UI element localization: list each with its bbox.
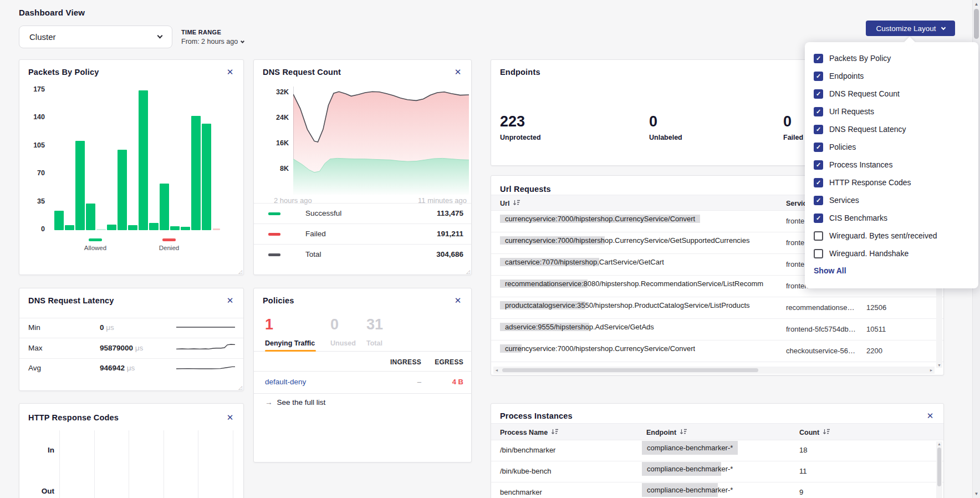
sort-icon[interactable] [513, 200, 520, 207]
active-tab-underline [265, 350, 316, 352]
checkbox-checked-icon[interactable]: ✓ [814, 72, 823, 81]
y-axis-tick: 140 [19, 113, 45, 121]
checkbox-checked-icon[interactable]: ✓ [814, 89, 823, 99]
chevron-down-icon [157, 33, 163, 39]
vertical-scrollbar[interactable]: ▲ [936, 441, 942, 498]
scroll-up-icon[interactable]: ▲ [936, 442, 942, 446]
menu-item-wireguard-bytes-sent-received[interactable]: Wireguard. Bytes sent/received [814, 227, 978, 245]
checkbox-checked-icon[interactable]: ✓ [814, 196, 823, 205]
table-row[interactable]: adservice:9555/hipstershop.AdService/Get… [491, 319, 943, 341]
bar-allowed [160, 184, 169, 230]
metric-label: Unprotected [500, 134, 541, 141]
checkbox-checked-icon[interactable]: ✓ [814, 107, 823, 116]
stat-total-value: 31 [366, 316, 383, 333]
scroll-down-icon[interactable]: ▼ [936, 363, 942, 367]
count-cell: 11 [799, 467, 807, 475]
table-row[interactable]: /bin/kube-benchcompliance-benchmarker-*1… [491, 461, 943, 482]
menu-item-packets-by-policy[interactable]: ✓Packets By Policy [814, 49, 978, 67]
bar-allowed [202, 124, 211, 230]
view-selector[interactable]: Cluster [19, 26, 172, 48]
scrollbar-thumb[interactable] [502, 368, 758, 372]
show-all-link[interactable]: Show All [814, 266, 978, 275]
url-cell[interactable]: currencyservice:7000/hipstershop.Currenc… [500, 236, 750, 245]
column-header-count[interactable]: Count [799, 424, 830, 441]
scroll-down-icon[interactable]: ▼ [973, 491, 980, 496]
stat-unused-value: 0 [330, 316, 339, 333]
menu-item-policies[interactable]: ✓Policies [814, 138, 978, 156]
customize-layout-button[interactable]: Customize Layout [866, 21, 955, 36]
stat-total-label[interactable]: Total [366, 339, 382, 347]
stat-unused-label[interactable]: Unused [330, 339, 356, 347]
close-icon[interactable]: ✕ [452, 67, 463, 78]
checkbox-checked-icon[interactable]: ✓ [814, 54, 823, 63]
service-cell: fronte [786, 217, 804, 225]
sort-icon[interactable] [680, 429, 687, 436]
table-row[interactable]: benchmarkercompliance-benchmarker-*9 [491, 482, 943, 498]
url-cell[interactable]: cartservice:7070/hipstershop.CartService… [500, 258, 664, 266]
column-header-process-name[interactable]: Process Name [500, 424, 559, 441]
close-icon[interactable]: ✕ [224, 295, 236, 306]
table-row[interactable]: productcatalogservice:3550/hipstershop.P… [491, 297, 943, 319]
checkbox-unchecked-icon[interactable] [814, 231, 823, 241]
column-header-url[interactable]: Url [500, 195, 520, 211]
close-icon[interactable]: ✕ [452, 295, 463, 306]
row-label-in: In [19, 446, 54, 454]
checkbox-unchecked-icon[interactable] [814, 249, 823, 258]
menu-item-cis-benchmarks[interactable]: ✓CIS Benchmarks [814, 209, 978, 227]
time-range-value[interactable]: From: 2 hours ago [181, 38, 244, 45]
latency-number: 95879000 [100, 344, 133, 352]
menu-item-http-response-codes[interactable]: ✓HTTP Response Codes [814, 174, 978, 191]
sort-icon[interactable] [823, 429, 830, 436]
resize-handle-icon[interactable]: ◿ [238, 269, 242, 275]
url-cell[interactable]: currencyservice:7000/hipstershop.Currenc… [500, 215, 700, 223]
sort-icon[interactable] [551, 429, 559, 436]
url-cell[interactable]: currencyservice:7000/hipstershop.Currenc… [500, 344, 695, 353]
divider [254, 371, 471, 372]
menu-item-wireguard-handshake[interactable]: Wireguard. Handshake [814, 245, 978, 262]
grid-line [164, 430, 164, 498]
horizontal-scrollbar[interactable]: ◄ ► [493, 367, 935, 374]
stat-denying-traffic-label[interactable]: Denying Traffic [265, 339, 315, 347]
checkbox-checked-icon[interactable]: ✓ [814, 160, 823, 170]
close-icon[interactable]: ✕ [224, 412, 236, 423]
metric-failed: 0 Failed [783, 113, 803, 141]
menu-item-dns-request-count[interactable]: ✓DNS Request Count [814, 85, 978, 103]
scroll-up-icon[interactable]: ▲ [973, 2, 980, 7]
menu-item-endpoints[interactable]: ✓Endpoints [814, 67, 978, 85]
menu-item-dns-request-latency[interactable]: ✓DNS Request Latency [814, 120, 978, 138]
column-header-endpoint[interactable]: Endpoint [646, 424, 687, 441]
table-row[interactable]: currencyservice:7000/hipstershop.Currenc… [491, 341, 943, 362]
count-cell: 2200 [866, 347, 882, 355]
scrollbar-thumb[interactable] [974, 9, 979, 39]
bar-allowed [118, 150, 127, 230]
stat-denying-traffic-value: 1 [265, 316, 273, 333]
scroll-left-icon[interactable]: ◄ [493, 368, 500, 372]
checkbox-checked-icon[interactable]: ✓ [814, 125, 823, 134]
y-axis-tick: 70 [19, 169, 45, 177]
checkbox-checked-icon[interactable]: ✓ [814, 178, 823, 187]
grid-line [129, 430, 129, 498]
scrollbar-thumb[interactable] [937, 448, 941, 486]
resize-handle-icon[interactable]: ◿ [466, 269, 470, 275]
y-axis-tick: 8K [256, 165, 289, 172]
url-cell[interactable]: recommendationservice:8080/hipstershop.R… [500, 280, 763, 288]
url-cell[interactable]: productcatalogservice:3550/hipstershop.P… [500, 301, 750, 309]
divider [19, 318, 243, 318]
menu-item-process-instances[interactable]: ✓Process Instances [814, 156, 978, 174]
table-row[interactable]: /bin/benchmarkercompliance-benchmarker-*… [491, 440, 943, 461]
metric-unprotected: 223 Unprotected [500, 113, 541, 141]
resize-handle-icon[interactable]: ◿ [238, 385, 242, 390]
bar-allowed [96, 229, 106, 230]
dns-area-chart [293, 85, 469, 195]
url-cell[interactable]: adservice:9555/hipstershop.AdService/Get… [500, 323, 654, 331]
policy-link-default-deny[interactable]: default-deny [265, 378, 306, 386]
close-icon[interactable]: ✕ [925, 410, 936, 421]
menu-item-url-requests[interactable]: ✓Url Requests [814, 103, 978, 120]
url-highlight: recommendationservice:8 [500, 280, 588, 288]
menu-item-services[interactable]: ✓Services [814, 191, 978, 209]
scroll-right-icon[interactable]: ► [928, 368, 935, 372]
checkbox-checked-icon[interactable]: ✓ [814, 214, 823, 223]
see-full-list-link[interactable]: →See the full list [265, 398, 325, 406]
checkbox-checked-icon[interactable]: ✓ [814, 143, 823, 152]
menu-notch [904, 37, 915, 48]
